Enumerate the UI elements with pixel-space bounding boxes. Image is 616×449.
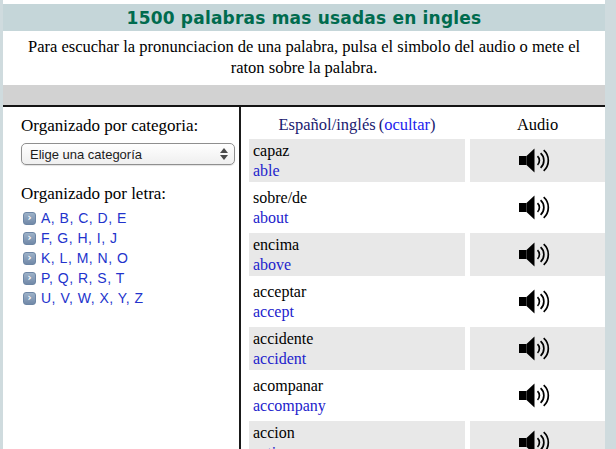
spanish-word[interactable]: accion xyxy=(253,423,465,443)
english-word-link[interactable]: action xyxy=(253,443,292,449)
speaker-icon[interactable] xyxy=(518,287,558,316)
ocultar-link[interactable]: ocultar xyxy=(384,115,430,134)
spanish-word[interactable]: accidente xyxy=(253,329,465,349)
speaker-icon[interactable] xyxy=(518,193,558,222)
word-cell: capaz able xyxy=(249,139,465,182)
word-row: sobre/de about xyxy=(249,186,605,229)
english-word-link[interactable]: able xyxy=(253,161,280,181)
word-cell: accidente accident xyxy=(249,327,465,370)
english-word-link[interactable]: about xyxy=(253,208,289,228)
audio-cell xyxy=(470,233,605,276)
sidebar: Organizado por categoria: Elige una cate… xyxy=(3,107,239,449)
word-row: acceptar accept xyxy=(249,280,605,323)
spanish-word[interactable]: sobre/de xyxy=(253,188,465,208)
letter-label: Organizado por letra: xyxy=(21,184,239,204)
chevron-right-icon: › xyxy=(23,252,36,265)
word-row: capaz able xyxy=(249,139,605,182)
english-word-link[interactable]: accompany xyxy=(253,396,326,416)
word-cell: sobre/de about xyxy=(249,186,465,229)
letter-group-link[interactable]: F, G, H, I, J xyxy=(41,230,118,246)
english-word-link[interactable]: accident xyxy=(253,349,306,369)
speaker-icon[interactable] xyxy=(518,381,558,410)
category-label: Organizado por categoria: xyxy=(21,116,239,136)
table-header-audio: Audio xyxy=(470,115,605,135)
audio-cell xyxy=(470,139,605,182)
speaker-icon[interactable] xyxy=(518,240,558,269)
audio-cell xyxy=(470,327,605,370)
spanish-word[interactable]: acceptar xyxy=(253,282,465,302)
table-header-language: Español/inglés(ocultar) xyxy=(249,115,465,135)
word-cell: acceptar accept xyxy=(249,280,465,323)
page-title-band: 1500 palabras mas usadas en ingles xyxy=(3,4,605,31)
letter-group-link[interactable]: U, V, W, X, Y, Z xyxy=(41,290,144,306)
chevron-right-icon: › xyxy=(23,232,36,245)
paren-close: ) xyxy=(430,115,436,134)
english-word-link[interactable]: accept xyxy=(253,302,294,322)
word-row: acompanar accompany xyxy=(249,374,605,417)
word-rows: capaz able xyxy=(249,139,605,449)
audio-cell xyxy=(470,421,605,449)
english-word-link[interactable]: above xyxy=(253,255,291,275)
chevron-right-icon: › xyxy=(23,272,36,285)
instructions-text: Para escuchar la pronunciacion de una pa… xyxy=(3,31,605,85)
spanish-word[interactable]: encima xyxy=(253,235,465,255)
page-title: 1500 palabras mas usadas en ingles xyxy=(127,8,482,28)
content-container: 1500 palabras mas usadas en ingles Para … xyxy=(3,0,605,449)
word-row: encima above xyxy=(249,233,605,276)
letter-group-item[interactable]: › U, V, W, X, Y, Z xyxy=(23,288,239,308)
word-table: Español/inglés(ocultar) Audio capaz able xyxy=(241,107,605,449)
select-updown-icon xyxy=(220,148,228,160)
chevron-right-icon: › xyxy=(23,212,36,225)
word-row: accion action xyxy=(249,421,605,449)
audio-cell xyxy=(470,280,605,323)
letter-group-item[interactable]: › F, G, H, I, J xyxy=(23,228,239,248)
table-header-row: Español/inglés(ocultar) Audio xyxy=(249,107,605,139)
letter-group-item[interactable]: › K, L, M, N, O xyxy=(23,248,239,268)
audio-cell xyxy=(470,374,605,417)
letter-group-link[interactable]: P, Q, R, S, T xyxy=(41,270,125,286)
word-row: accidente accident xyxy=(249,327,605,370)
word-cell: acompanar accompany xyxy=(249,374,465,417)
page: { "header": { "title": "1500 palabras ma… xyxy=(0,0,616,449)
letter-group-link[interactable]: K, L, M, N, O xyxy=(41,250,128,266)
chevron-right-icon: › xyxy=(23,292,36,305)
letter-list: › A, B, C, D, E › F, G, H, I, J › K, L, … xyxy=(23,208,239,308)
word-cell: encima above xyxy=(249,233,465,276)
letter-group-item[interactable]: › A, B, C, D, E xyxy=(23,208,239,228)
main-area: Organizado por categoria: Elige una cate… xyxy=(3,107,605,449)
audio-cell xyxy=(470,186,605,229)
speaker-icon[interactable] xyxy=(518,146,558,175)
spanish-word[interactable]: capaz xyxy=(253,141,465,161)
word-cell: accion action xyxy=(249,421,465,449)
speaker-icon[interactable] xyxy=(518,428,558,449)
divider-bar xyxy=(3,85,605,105)
category-select[interactable]: Elige una categoría xyxy=(21,143,235,165)
speaker-icon[interactable] xyxy=(518,334,558,363)
spanish-word[interactable]: acompanar xyxy=(253,376,465,396)
letter-group-item[interactable]: › P, Q, R, S, T xyxy=(23,268,239,288)
language-header-label: Español/inglés xyxy=(279,115,376,134)
category-select-value: Elige una categoría xyxy=(30,147,220,162)
letter-group-link[interactable]: A, B, C, D, E xyxy=(41,210,127,226)
